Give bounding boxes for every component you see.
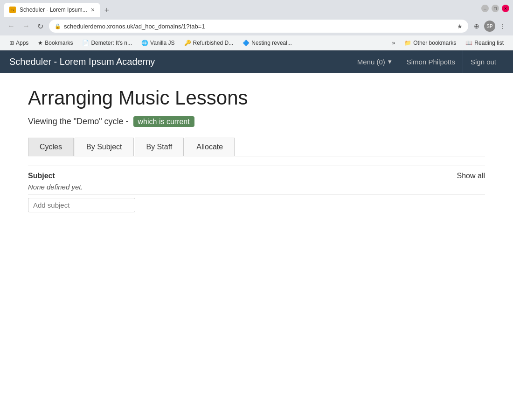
star-icon: ★	[38, 40, 43, 46]
user-name: Simon Philpotts	[399, 50, 463, 73]
more-bookmarks-button[interactable]: »	[388, 39, 399, 47]
globe-icon: 🌐	[141, 40, 148, 46]
bookmark-demeter[interactable]: 📄 Demeter: It's n...	[78, 39, 136, 47]
tab-cycles[interactable]: Cycles	[28, 138, 74, 156]
add-subject-input[interactable]	[28, 198, 135, 212]
address-bar[interactable]: 🔒 schedulerdemo.xronos.uk/ad_hoc_domains…	[49, 20, 468, 33]
new-tab-button[interactable]: +	[100, 4, 113, 17]
chevron-down-icon: ▾	[388, 57, 392, 66]
close-window-button[interactable]: ×	[502, 5, 509, 12]
other-bookmarks-button[interactable]: 📁 Other bookmarks	[401, 39, 460, 47]
shape-icon: 🔷	[243, 40, 250, 46]
apps-button[interactable]: ⊞ Apps	[6, 39, 32, 47]
tab-by-subject[interactable]: By Subject	[75, 138, 133, 156]
bookmark-vanilla[interactable]: 🌐 Vanilla JS	[138, 39, 178, 47]
content-area: Subject Show all None defined yet.	[28, 166, 485, 212]
page-title: Arranging Music Lessons	[28, 87, 485, 109]
reading-list-button[interactable]: 📖 Reading list	[462, 39, 507, 47]
lock-icon: 🔒	[55, 23, 61, 29]
tab-favicon: S	[9, 7, 16, 13]
url-text: schedulerdemo.xronos.uk/ad_hoc_domains/1…	[64, 23, 454, 30]
url-actions: ★	[457, 23, 463, 30]
add-subject-row	[28, 195, 485, 212]
tab-by-staff[interactable]: By Staff	[135, 138, 184, 156]
key-icon: 🔑	[184, 40, 191, 46]
tab-navigation: Cycles By Subject By Staff Allocate	[28, 138, 485, 156]
cycle-prefix: Viewing the "Demo" cycle -	[28, 117, 129, 126]
subject-header: Subject Show all	[28, 172, 485, 180]
extensions-icon[interactable]: ⊕	[472, 21, 481, 31]
minimize-button[interactable]: –	[481, 5, 489, 12]
forward-button[interactable]: →	[21, 20, 32, 32]
app-title: Scheduler - Lorem Ipsum Academy	[9, 56, 350, 67]
refresh-button[interactable]: ↻	[35, 20, 45, 33]
apps-grid-icon: ⊞	[9, 40, 14, 46]
reading-icon: 📖	[465, 40, 472, 46]
bookmark-bookmarks[interactable]: ★ Bookmarks	[34, 39, 76, 47]
bookmarks-bar: ⊞ Apps ★ Bookmarks 📄 Demeter: It's n... …	[0, 35, 513, 50]
tab-allocate[interactable]: Allocate	[185, 138, 235, 156]
profile-icon[interactable]: SP	[484, 21, 495, 32]
folder-icon: 📁	[404, 40, 411, 46]
close-tab-button[interactable]: ×	[91, 6, 95, 14]
menu-button[interactable]: Menu (0) ▾	[350, 50, 399, 73]
cycle-info: Viewing the "Demo" cycle - which is curr…	[28, 117, 485, 126]
chrome-menu-icon[interactable]: ⋮	[498, 21, 507, 31]
subject-column-header: Subject	[28, 172, 55, 180]
sign-out-button[interactable]: Sign out	[463, 50, 504, 73]
page-icon: 📄	[82, 40, 89, 46]
tab-title: Scheduler - Lorem Ipsum...	[20, 7, 87, 13]
show-all-button[interactable]: Show all	[457, 172, 485, 180]
back-button[interactable]: ←	[6, 20, 17, 32]
none-defined-text: None defined yet.	[28, 183, 485, 191]
apps-label: Apps	[16, 40, 28, 46]
bookmark-refurbished[interactable]: 🔑 Refurbished D...	[180, 39, 237, 47]
bookmark-nesting[interactable]: 🔷 Nesting reveal...	[239, 39, 296, 47]
app-navbar: Scheduler - Lorem Ipsum Academy Menu (0)…	[0, 50, 513, 73]
current-badge: which is current	[133, 116, 194, 127]
maximize-button[interactable]: □	[492, 5, 499, 12]
browser-tab[interactable]: S Scheduler - Lorem Ipsum... ×	[4, 3, 100, 17]
menu-label: Menu (0)	[357, 58, 385, 66]
main-content: Arranging Music Lessons Viewing the "Dem…	[0, 73, 513, 226]
